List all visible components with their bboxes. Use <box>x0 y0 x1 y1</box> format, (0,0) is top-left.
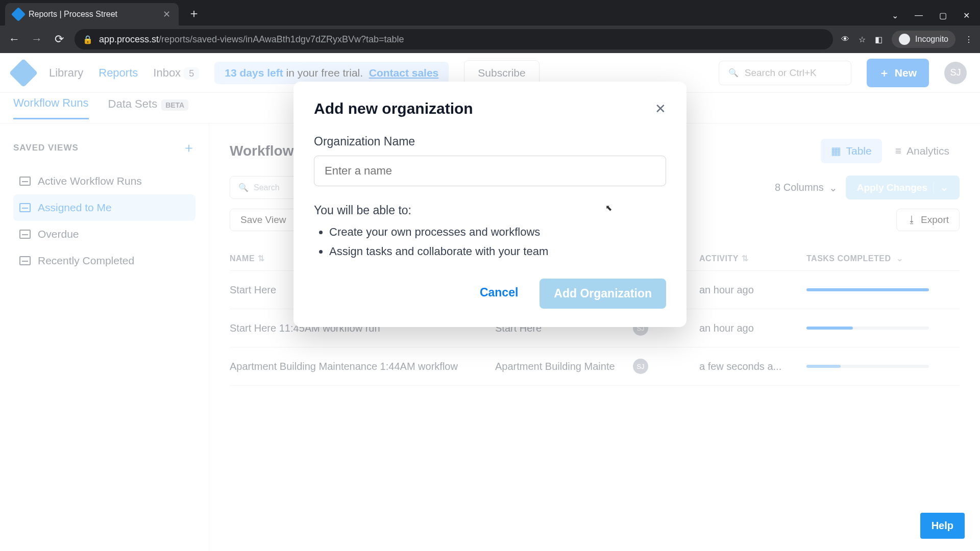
maximize-icon[interactable]: ▢ <box>939 11 947 20</box>
lock-icon: 🔒 <box>83 35 93 44</box>
add-organization-modal: Add new organization ✕ Organization Name… <box>293 82 687 327</box>
tab-title: Reports | Process Street <box>29 10 158 19</box>
org-name-input[interactable] <box>314 156 666 186</box>
menu-icon[interactable]: ⋮ <box>965 35 973 44</box>
tab-search-icon[interactable]: ⌄ <box>892 11 898 20</box>
minimize-icon[interactable]: — <box>915 11 923 20</box>
new-tab-button[interactable]: ＋ <box>188 5 200 21</box>
benefits-heading: You will be able to: <box>314 204 666 217</box>
back-icon[interactable]: ← <box>7 33 21 46</box>
add-organization-button[interactable]: Add Organization <box>540 279 666 309</box>
favicon-icon <box>11 7 26 21</box>
modal-title: Add new organization <box>314 100 473 117</box>
reload-icon[interactable]: ⟳ <box>52 33 66 46</box>
address-bar: ← → ⟳ 🔒 app.process.st/reports/saved-vie… <box>0 26 980 53</box>
close-icon[interactable]: ✕ <box>655 101 666 117</box>
org-name-label: Organization Name <box>314 135 666 148</box>
incognito-icon <box>899 34 910 45</box>
extensions-icon[interactable]: ◧ <box>875 35 883 44</box>
cancel-button[interactable]: Cancel <box>470 279 528 309</box>
forward-icon[interactable]: → <box>30 33 44 46</box>
browser-tab-strip: Reports | Process Street ✕ ＋ ⌄ — ▢ ✕ <box>0 0 980 26</box>
eye-off-icon[interactable]: 👁 <box>841 35 849 44</box>
star-icon[interactable]: ☆ <box>859 35 866 44</box>
browser-tab[interactable]: Reports | Process Street ✕ <box>5 3 179 26</box>
url-text: app.process.st/reports/saved-views/inAAw… <box>99 34 404 45</box>
url-field[interactable]: 🔒 app.process.st/reports/saved-views/inA… <box>75 29 833 49</box>
incognito-badge[interactable]: Incognito <box>892 31 955 48</box>
close-window-icon[interactable]: ✕ <box>963 11 970 20</box>
window-controls: ⌄ — ▢ ✕ <box>892 5 980 26</box>
help-button[interactable]: Help <box>920 513 965 539</box>
cursor-icon: ⬉ <box>605 203 612 213</box>
benefits-list: Create your own processes and workflows … <box>314 226 666 258</box>
close-tab-icon[interactable]: ✕ <box>163 9 170 20</box>
